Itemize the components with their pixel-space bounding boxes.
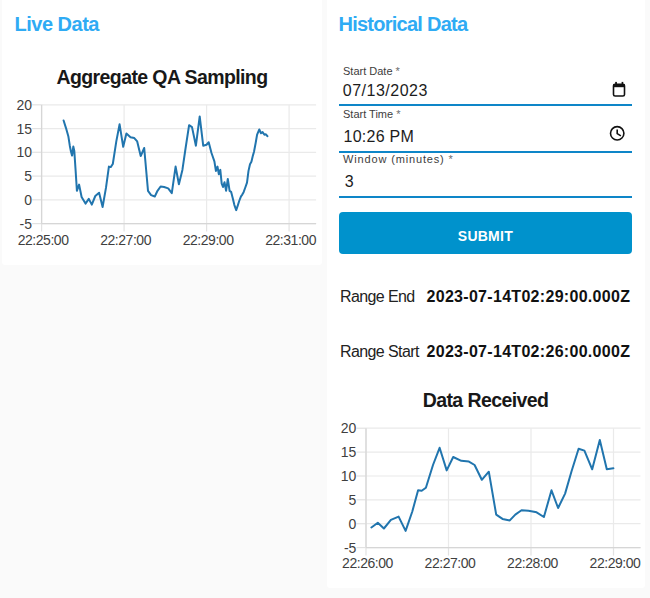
svg-text:0: 0	[349, 516, 357, 532]
svg-text:22:29:00: 22:29:00	[590, 555, 642, 571]
svg-text:22:28:00: 22:28:00	[507, 555, 559, 571]
svg-text:Data Received: Data Received	[423, 389, 549, 411]
svg-text:15: 15	[341, 444, 357, 460]
svg-text:5: 5	[349, 492, 357, 508]
svg-text:10: 10	[341, 468, 357, 484]
svg-text:22:26:00: 22:26:00	[342, 555, 394, 571]
svg-text:20: 20	[341, 420, 357, 436]
svg-text:-5: -5	[344, 540, 357, 556]
svg-text:22:27:00: 22:27:00	[425, 555, 477, 571]
